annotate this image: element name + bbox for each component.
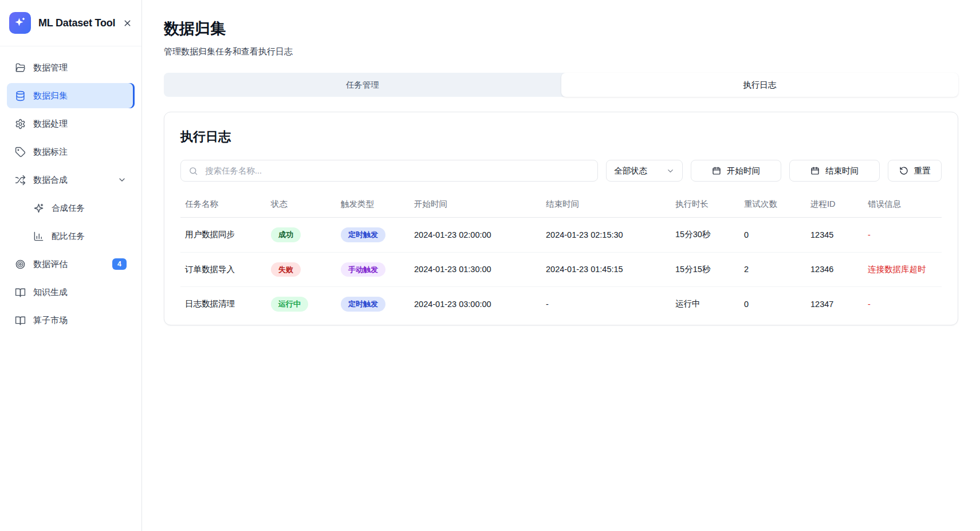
tab-bar: 任务管理执行日志 <box>164 73 958 97</box>
task-name-cell: 日志数据清理 <box>180 287 266 321</box>
chart-icon <box>33 231 44 242</box>
column-header: 任务名称 <box>180 193 266 218</box>
chevron-down-icon <box>666 167 675 175</box>
sidebar-item-label: 算子市场 <box>33 315 68 326</box>
gear-icon <box>15 119 26 129</box>
table-row: 订单数据导入失败手动触发2024-01-23 01:30:002024-01-2… <box>180 252 942 287</box>
table-header-row: 任务名称状态触发类型开始时间结束时间执行时长重试次数进程ID错误信息 <box>180 193 942 218</box>
trigger-badge: 手动触发 <box>341 262 385 277</box>
folder-icon <box>15 62 26 73</box>
target-icon <box>15 259 26 270</box>
page-subtitle: 管理数据归集任务和查看执行日志 <box>164 46 958 57</box>
tag-icon <box>15 147 26 158</box>
search-icon <box>188 166 198 176</box>
sidebar-item-data-processing[interactable]: 数据处理 <box>7 111 135 136</box>
chevron-down-icon <box>117 175 127 184</box>
calendar-icon <box>810 166 820 175</box>
sidebar: ML Dataset Tool 数据管理数据归集数据处理数据标注数据合成合成任务… <box>0 0 142 531</box>
page-title: 数据归集 <box>164 18 958 39</box>
column-header: 结束时间 <box>541 193 671 218</box>
start-time-button[interactable]: 开始时间 <box>691 160 781 182</box>
status-filter-value: 全部状态 <box>614 166 647 176</box>
end-time-cell: 2024-01-23 01:45:15 <box>541 252 671 287</box>
sidebar-header: ML Dataset Tool <box>0 0 141 46</box>
close-icon[interactable] <box>123 18 132 28</box>
column-header: 重试次数 <box>739 193 806 218</box>
sidebar-item-data-evaluation[interactable]: 数据评估4 <box>7 251 135 277</box>
tab-execution-logs[interactable]: 执行日志 <box>561 73 959 97</box>
duration-cell: 15分15秒 <box>671 252 739 287</box>
column-header: 进程ID <box>806 193 863 218</box>
filter-bar: 全部状态 开始时间 结束时间 重置 <box>180 160 942 182</box>
sidebar-item-operator-market[interactable]: 算子市场 <box>7 308 135 333</box>
retries-cell: 2 <box>739 252 806 287</box>
sidebar-nav: 数据管理数据归集数据处理数据标注数据合成合成任务配比任务数据评估4知识生成算子市… <box>0 46 141 344</box>
status-badge: 运行中 <box>271 297 308 312</box>
status-filter-select[interactable]: 全部状态 <box>606 160 683 182</box>
sparkles-icon <box>13 16 27 30</box>
sidebar-item-label: 数据合成 <box>33 175 68 186</box>
sidebar-item-data-collection[interactable]: 数据归集 <box>7 83 135 108</box>
duration-cell: 运行中 <box>671 287 739 321</box>
sparkles-icon <box>33 203 44 214</box>
end-time-button[interactable]: 结束时间 <box>789 160 880 182</box>
column-header: 状态 <box>266 193 336 218</box>
task-name-cell: 订单数据导入 <box>180 252 266 287</box>
start-time-cell: 2024-01-23 02:00:00 <box>410 218 541 253</box>
sidebar-item-label: 合成任务 <box>52 203 85 214</box>
error-cell: - <box>863 218 942 253</box>
sidebar-item-label: 数据归集 <box>33 91 68 101</box>
status-cell: 成功 <box>266 218 336 253</box>
error-cell: 连接数据库超时 <box>863 252 942 287</box>
error-cell: - <box>863 287 942 321</box>
retries-cell: 0 <box>739 218 806 253</box>
shuffle-icon <box>15 175 26 186</box>
column-header: 错误信息 <box>863 193 942 218</box>
main-content: 数据归集 管理数据归集任务和查看执行日志 任务管理执行日志 执行日志 全部状态 … <box>142 0 980 531</box>
search-input[interactable] <box>204 166 590 176</box>
sidebar-item-label: 数据管理 <box>33 62 68 73</box>
status-cell: 失败 <box>266 252 336 287</box>
column-header: 开始时间 <box>410 193 541 218</box>
table-row: 用户数据同步成功定时触发2024-01-23 02:00:002024-01-2… <box>180 218 942 253</box>
sidebar-item-data-annotation[interactable]: 数据标注 <box>7 139 135 164</box>
start-time-cell: 2024-01-23 03:00:00 <box>410 287 541 321</box>
tab-task-management[interactable]: 任务管理 <box>164 73 561 97</box>
sidebar-item-label: 数据标注 <box>33 147 68 158</box>
calendar-icon <box>712 166 721 175</box>
app-logo <box>9 12 31 34</box>
trigger-cell: 定时触发 <box>336 287 410 321</box>
app-title: ML Dataset Tool <box>38 17 115 29</box>
reset-button[interactable]: 重置 <box>888 160 942 182</box>
execution-log-table: 任务名称状态触发类型开始时间结束时间执行时长重试次数进程ID错误信息 用户数据同… <box>180 193 942 321</box>
start-time-cell: 2024-01-23 01:30:00 <box>410 252 541 287</box>
sidebar-item-knowledge-generation[interactable]: 知识生成 <box>7 280 135 305</box>
column-header: 触发类型 <box>336 193 410 218</box>
sidebar-item-data-management[interactable]: 数据管理 <box>7 55 135 80</box>
task-name-cell: 用户数据同步 <box>180 218 266 253</box>
pid-cell: 12346 <box>806 252 863 287</box>
search-box <box>180 160 598 182</box>
end-time-cell: - <box>541 287 671 321</box>
sidebar-item-synthesis-task[interactable]: 合成任务 <box>25 195 135 221</box>
reset-label: 重置 <box>914 166 931 176</box>
database-icon <box>15 91 26 101</box>
pid-cell: 12345 <box>806 218 863 253</box>
panel-title: 执行日志 <box>180 128 942 145</box>
book-icon <box>15 287 26 298</box>
retries-cell: 0 <box>739 287 806 321</box>
status-cell: 运行中 <box>266 287 336 321</box>
column-header: 执行时长 <box>671 193 739 218</box>
sidebar-item-label: 数据处理 <box>33 119 68 129</box>
sidebar-item-label: 配比任务 <box>52 231 85 242</box>
trigger-badge: 定时触发 <box>341 227 385 242</box>
sidebar-item-data-synthesis[interactable]: 数据合成 <box>7 167 135 192</box>
table-body: 用户数据同步成功定时触发2024-01-23 02:00:002024-01-2… <box>180 218 942 321</box>
end-time-label: 结束时间 <box>825 166 859 176</box>
execution-log-panel: 执行日志 全部状态 开始时间 结束时间 重置 <box>164 112 958 325</box>
trigger-badge: 定时触发 <box>341 297 385 312</box>
duration-cell: 15分30秒 <box>671 218 739 253</box>
sidebar-item-label: 知识生成 <box>33 287 68 298</box>
sidebar-item-ratio-task[interactable]: 配比任务 <box>25 223 135 249</box>
count-badge: 4 <box>112 258 127 270</box>
